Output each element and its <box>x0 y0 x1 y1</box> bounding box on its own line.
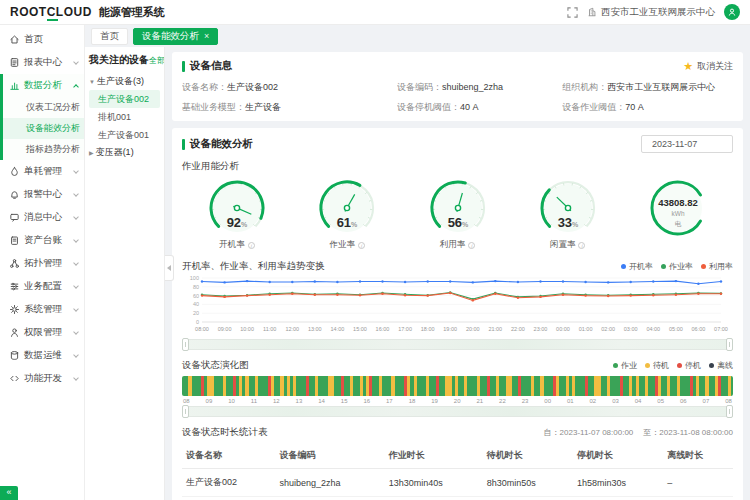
sidebar-subitem-meter-condition[interactable]: 仪表工况分析 <box>3 97 84 118</box>
tab-home[interactable]: 首页 <box>91 28 128 45</box>
info-value: shuibeng_2zha <box>442 82 503 92</box>
legend-label: 开机率 <box>629 261 653 272</box>
analysis-icon <box>9 80 20 91</box>
asset-icon <box>9 235 20 246</box>
status-datazoom-slider[interactable] <box>183 406 732 417</box>
trend-datazoom-slider[interactable] <box>183 339 732 350</box>
sidebar-subitem-indicator-trend[interactable]: 指标趋势分析 <box>3 139 84 160</box>
info-icon[interactable]: i <box>248 242 255 249</box>
strip-axis-label: 14 <box>318 398 325 404</box>
slider-right-handle[interactable] <box>726 338 733 351</box>
user-icon <box>727 7 737 17</box>
sidebar-item-permission[interactable]: 权限管理 <box>0 321 84 344</box>
info-icon[interactable]: i <box>358 242 365 249</box>
svg-text:04:00: 04:00 <box>646 326 660 332</box>
strip-axis-label: 11 <box>251 398 257 404</box>
legend-item-待机[interactable]: 待机 <box>645 360 669 371</box>
tree-group-0[interactable]: ▼生产设备(3) <box>89 73 160 90</box>
all-devices-link[interactable]: 全部设备 <box>149 55 165 66</box>
close-icon[interactable]: × <box>204 32 209 41</box>
info-icon[interactable]: i <box>578 242 585 249</box>
tree-collapse-handle[interactable] <box>165 255 174 281</box>
legend-label: 离线 <box>717 360 733 371</box>
strip-axis-label: 20 <box>454 398 461 404</box>
strip-axis-label: 23 <box>522 398 529 404</box>
submenu-data-analysis: 仪表工况分析设备能效分析指标趋势分析 <box>3 97 84 160</box>
date-picker-input[interactable] <box>641 135 733 153</box>
sidebar-item-message-center[interactable]: 消息中心 <box>0 206 84 229</box>
gauge-idle-rate: 33% 闲置率i <box>513 175 623 251</box>
sidebar-item-business-config[interactable]: 业务配置 <box>0 275 84 298</box>
strip-axis-label: 12 <box>273 398 280 404</box>
sidebar-collapse-button[interactable]: « <box>0 486 18 500</box>
chevron-down-icon <box>73 214 79 220</box>
sidebar-item-data-analysis[interactable]: 数据分析 <box>3 74 84 97</box>
slider-left-handle[interactable] <box>182 338 189 351</box>
tree-item[interactable]: 排机001 <box>89 108 160 126</box>
sidebar-item-report-center[interactable]: 报表中心 <box>0 51 84 74</box>
strip-axis-label: 05 <box>657 398 664 404</box>
trend-section-title: 开机率、作业率、利用率趋势变换 <box>182 260 325 273</box>
svg-text:电: 电 <box>675 220 682 227</box>
table-cell: 1h58min30s <box>573 469 663 497</box>
sidebar-item-home[interactable]: 首页 <box>0 28 84 51</box>
sidebar-item-feature-dev[interactable]: 功能开发 <box>0 367 84 390</box>
svg-text:08:00: 08:00 <box>195 326 209 332</box>
legend-item-作业率[interactable]: 作业率 <box>661 261 693 272</box>
legend-item-停机[interactable]: 停机 <box>677 360 701 371</box>
svg-text:22:00: 22:00 <box>511 326 525 332</box>
nav-group-feature-dev: 功能开发 <box>0 367 84 390</box>
svg-text:40: 40 <box>193 301 199 307</box>
info-icon[interactable]: i <box>468 242 475 249</box>
sidebar-item-alarm-center[interactable]: 报警中心 <box>0 183 84 206</box>
tree-group-1[interactable]: ▶变压器(1) <box>89 144 160 161</box>
sidebar-item-data-ops[interactable]: 数据运维 <box>0 344 84 367</box>
tree-item[interactable]: 生产设备002 <box>89 90 160 108</box>
legend-label: 待机 <box>653 360 669 371</box>
user-avatar[interactable] <box>724 4 740 20</box>
device-tree: ▼生产设备(3)生产设备002排机001生产设备001▶变压器(1) <box>89 73 160 161</box>
nav-group-message-center: 消息中心 <box>0 206 84 229</box>
legend-item-作业[interactable]: 作业 <box>613 360 637 371</box>
unfollow-button[interactable]: ★ 取消关注 <box>683 60 733 73</box>
svg-text:100: 100 <box>190 275 199 281</box>
gauge-row: 92% 开机率i 61% 作业率i 56% 利用率i <box>182 175 733 251</box>
svg-text:03:00: 03:00 <box>624 326 638 332</box>
status-section-title: 设备状态演化图 <box>182 359 249 372</box>
legend-dot <box>701 264 706 269</box>
consumption-icon <box>9 166 20 177</box>
strip-axis-label: 07 <box>703 398 710 404</box>
chevron-down-icon <box>73 329 79 335</box>
legend-item-利用率[interactable]: 利用率 <box>701 261 733 272</box>
range-to: 至：2023-11-08 08:00:00 <box>643 427 733 438</box>
product-title: 能源管理系统 <box>99 5 165 20</box>
sidebar-item-system[interactable]: 系统管理 <box>0 298 84 321</box>
info-label: 基础业务模型： <box>182 102 245 112</box>
sidebar-subitem-device-efficiency[interactable]: 设备能效分析 <box>3 118 84 139</box>
svg-text:16:00: 16:00 <box>376 326 390 332</box>
tab-device-efficiency[interactable]: 设备能效分析× <box>133 28 218 45</box>
svg-text:11:00: 11:00 <box>263 326 276 332</box>
svg-text:18:00: 18:00 <box>421 326 435 332</box>
sidebar-item-topology[interactable]: 拓扑管理 <box>0 252 84 275</box>
gauge-label: 闲置率i <box>550 239 586 251</box>
unfollow-label: 取消关注 <box>697 60 733 73</box>
info-field: 设备编码：shuibeng_2zha <box>397 81 562 94</box>
info-value: 40 A <box>460 102 479 112</box>
tree-item[interactable]: 生产设备001 <box>89 126 160 144</box>
energy-ring: 43808.82 kWh 电 <box>630 175 726 241</box>
org-switcher[interactable]: 西安市工业互联网展示中心 <box>587 6 715 19</box>
sidebar-item-unit-consumption[interactable]: 单耗管理 <box>0 160 84 183</box>
status-duration-table: 设备名称设备编码作业时长待机时长停机时长离线时长 生产设备002shuibeng… <box>182 443 733 497</box>
slider-left-handle[interactable] <box>182 405 189 418</box>
svg-text:02:00: 02:00 <box>601 326 615 332</box>
legend-item-开机率[interactable]: 开机率 <box>621 261 653 272</box>
star-icon: ★ <box>683 61 693 72</box>
svg-text:09:00: 09:00 <box>218 326 232 332</box>
fullscreen-icon[interactable] <box>567 7 578 18</box>
slider-right-handle[interactable] <box>726 405 733 418</box>
legend-item-离线[interactable]: 离线 <box>709 360 733 371</box>
legend-dot <box>709 363 714 368</box>
nav-group-alarm-center: 报警中心 <box>0 183 84 206</box>
sidebar-item-asset-ledger[interactable]: 资产台账 <box>0 229 84 252</box>
